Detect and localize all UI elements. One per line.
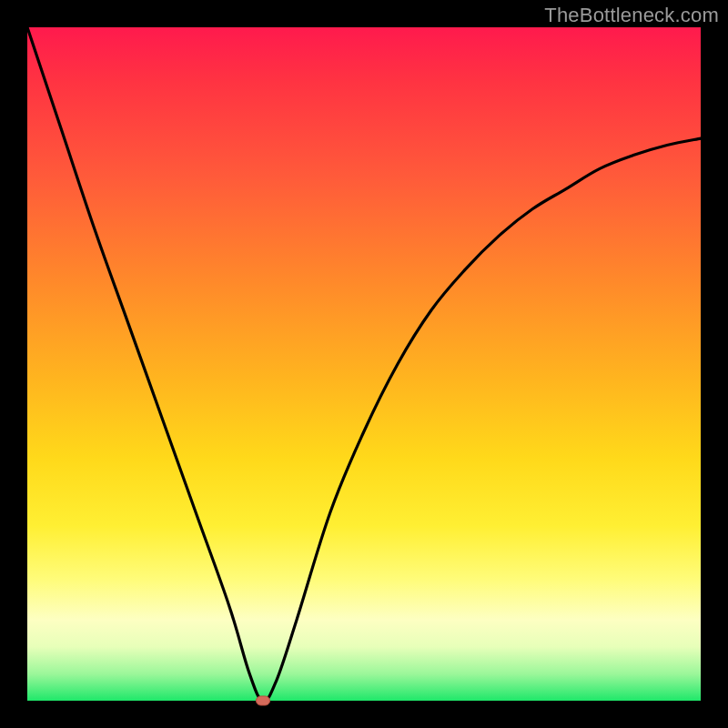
chart-frame: TheBottleneck.com [0,0,728,728]
bottleneck-curve [27,27,701,701]
plot-area [27,27,701,701]
optimum-marker [257,696,270,705]
curve-layer [27,27,701,701]
watermark-text: TheBottleneck.com [544,4,719,27]
